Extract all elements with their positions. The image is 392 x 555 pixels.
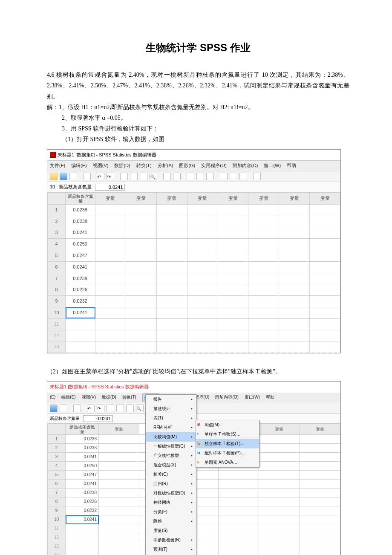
spss-empty-cell[interactable] <box>218 284 248 296</box>
spss-col-header-var1[interactable]: 新品枝条含氮量 <box>66 424 99 435</box>
spss-empty-cell[interactable] <box>156 204 187 216</box>
spss-empty-cell[interactable] <box>279 296 310 307</box>
analyze-menu-item[interactable]: 分类(F)▸ <box>146 507 196 517</box>
analyze-menu-item[interactable]: 报告▸ <box>146 395 196 404</box>
menu-data[interactable]: 数据(D) <box>102 393 116 402</box>
spss-empty-cell[interactable] <box>99 489 139 497</box>
spss-row-header[interactable]: 10 <box>48 515 66 524</box>
spss-data-cell[interactable]: 0.0241 <box>66 261 95 273</box>
menu-view[interactable]: 视图(V) <box>93 162 109 170</box>
toolbar-print-icon[interactable] <box>60 405 67 412</box>
spss-empty-cell[interactable] <box>218 318 248 330</box>
spss-row-header[interactable]: 7 <box>48 489 66 497</box>
spss-empty-cell[interactable] <box>310 330 340 341</box>
spss-row-header[interactable]: 11 <box>48 318 66 330</box>
spss-empty-cell[interactable] <box>300 462 340 471</box>
spss-col-header-blank[interactable]: 变量 <box>95 193 126 204</box>
spss-row-header[interactable]: 9 <box>48 506 66 515</box>
menu-help[interactable]: 帮助 <box>266 393 274 402</box>
spss-empty-cell[interactable] <box>279 284 310 296</box>
toolbar-undo-icon[interactable]: ↶ <box>97 173 104 180</box>
spss-empty-cell[interactable] <box>95 204 126 216</box>
analyze-menu-item[interactable]: 回归(R)▸ <box>146 479 196 489</box>
toolbar-value-icon[interactable] <box>220 173 228 180</box>
spss-empty-cell[interactable] <box>248 318 279 330</box>
analyze-menu-item[interactable]: 描述统计▸ <box>146 404 196 413</box>
spss-empty-cell[interactable] <box>300 524 340 533</box>
spss-row-header[interactable]: 11 <box>48 524 66 533</box>
spss-empty-cell[interactable] <box>99 471 139 480</box>
spss-data-cell[interactable]: 0.0238 <box>66 204 95 216</box>
spss-empty-cell[interactable] <box>126 261 156 273</box>
spss-data-cell[interactable]: 0.0232 <box>66 506 99 515</box>
spss-empty-cell[interactable] <box>248 273 279 284</box>
spss-empty-cell[interactable] <box>156 239 187 250</box>
spss-data-cell[interactable]: 0.0241 <box>66 453 99 462</box>
toolbar-insert-icon[interactable] <box>163 173 171 180</box>
spss-empty-cell[interactable] <box>248 227 279 239</box>
spss-empty-cell[interactable] <box>218 471 259 480</box>
spss-empty-cell[interactable] <box>259 542 300 551</box>
spss-empty-cell[interactable] <box>99 506 139 515</box>
spss-empty-cell[interactable] <box>218 497 259 506</box>
spss-empty-cell[interactable] <box>248 284 279 296</box>
spss-empty-cell[interactable] <box>259 462 300 471</box>
spss-row-header[interactable]: 10 <box>48 307 66 319</box>
toolbar-find-icon[interactable] <box>126 405 134 412</box>
spss-empty-cell[interactable] <box>187 296 218 307</box>
spss-empty-cell[interactable] <box>218 261 248 273</box>
spss-empty-cell[interactable] <box>218 330 248 341</box>
spss-empty-cell[interactable] <box>248 261 279 273</box>
spss-empty-cell[interactable] <box>126 216 156 227</box>
spss-empty-cell[interactable] <box>259 524 300 533</box>
spss-empty-cell[interactable] <box>310 216 340 227</box>
spss-empty-cell[interactable] <box>126 273 156 284</box>
spss-empty-cell[interactable] <box>310 296 340 307</box>
spss-empty-cell[interactable] <box>156 227 187 239</box>
spss-data-cell[interactable]: 0.0238 <box>66 435 99 444</box>
spss-empty-cell[interactable] <box>248 250 279 262</box>
analyze-menu-item[interactable]: 混合模型(X)▸ <box>146 460 196 470</box>
spss-empty-cell[interactable] <box>156 250 187 262</box>
spss-empty-cell[interactable] <box>218 533 259 542</box>
spss-col-header-blank[interactable]: 变量 <box>187 193 218 204</box>
spss-empty-cell[interactable] <box>259 444 300 453</box>
spss-empty-cell[interactable] <box>218 489 259 497</box>
spss-empty-cell[interactable] <box>95 239 126 250</box>
spss-empty-cell[interactable] <box>279 239 310 250</box>
toolbar-dialog-icon[interactable] <box>73 405 81 412</box>
spss-empty-cell[interactable] <box>187 273 218 284</box>
spss-row-header[interactable]: 14 <box>48 551 66 555</box>
compare-means-item[interactable]: M均值(M)… <box>196 420 259 430</box>
spss-empty-cell[interactable] <box>218 307 248 319</box>
spss-row-header[interactable]: 1 <box>48 435 66 444</box>
spss-empty-cell[interactable] <box>95 250 126 262</box>
spss-data-cell[interactable]: 0.0241 <box>66 307 95 319</box>
spss-empty-cell[interactable] <box>279 261 310 273</box>
spss-empty-cell[interactable] <box>99 524 139 533</box>
spss-empty-cell[interactable] <box>300 542 340 551</box>
spss-empty-cell[interactable] <box>279 204 310 216</box>
menu-edit[interactable]: 编辑(E) <box>71 162 87 170</box>
analyze-menu-item[interactable]: 相关(C)▸ <box>146 470 196 479</box>
spss-empty-cell[interactable] <box>218 204 248 216</box>
spss-data-cell[interactable]: 0.0250 <box>66 239 95 250</box>
spss-empty-cell[interactable] <box>300 444 340 453</box>
spss-data-cell[interactable]: 0.0238 <box>66 489 99 497</box>
spss-empty-cell[interactable] <box>279 216 310 227</box>
menu-window[interactable]: 窗口(W) <box>264 162 281 170</box>
toolbar-split-icon[interactable] <box>187 173 194 180</box>
menu-addons[interactable]: 附加内容(O) <box>233 162 258 170</box>
spss-empty-cell[interactable] <box>248 216 279 227</box>
spss-empty-cell[interactable] <box>300 480 340 489</box>
analyze-dropdown[interactable]: 报告▸描述统计▸表(T)▸RFM 分析▸比较均值(M)▸一般线性模型(G)▸广义… <box>145 394 196 555</box>
menu-transform[interactable]: 转换(T) <box>122 393 136 402</box>
spss-row-header[interactable]: 1 <box>48 204 66 216</box>
menu-edit[interactable]: 编辑(E) <box>61 393 75 402</box>
spss-empty-cell[interactable] <box>99 480 139 489</box>
spss-empty-cell[interactable] <box>156 318 187 330</box>
spss-empty-cell[interactable] <box>310 250 340 262</box>
spss-row-header[interactable]: 4 <box>48 239 66 250</box>
spss-empty-cell[interactable] <box>300 471 340 480</box>
spss-empty-cell[interactable] <box>279 227 310 239</box>
